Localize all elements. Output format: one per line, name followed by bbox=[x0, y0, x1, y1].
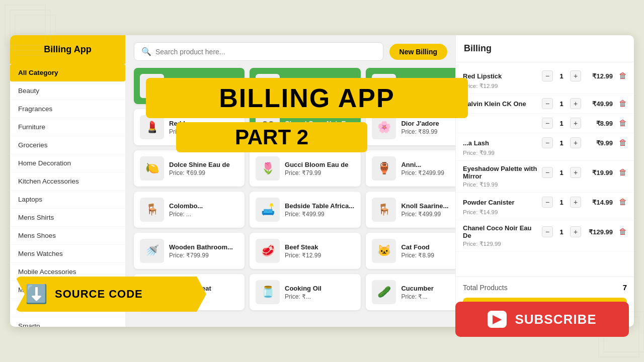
product-image: 🪑 bbox=[140, 198, 164, 222]
billing-item-total: ₹8.99 bbox=[585, 120, 613, 127]
product-card[interactable]: 🐱 Cat Food Price: ₹8.99 bbox=[366, 233, 455, 269]
qty-decrease-button[interactable]: − bbox=[542, 226, 553, 237]
sidebar-item-groceries[interactable]: Groceries bbox=[10, 136, 125, 154]
delete-item-button[interactable]: 🗑 bbox=[619, 138, 627, 147]
product-name: Cucumber bbox=[401, 285, 453, 292]
billing-item-name: Powder Canister bbox=[463, 199, 538, 206]
product-card[interactable]: 🥩 Beef Steak Price: ₹12.99 bbox=[250, 233, 361, 269]
product-info: Eyeshadow Palette... Price: ₹19.99 bbox=[285, 78, 355, 94]
qty-display: 1 bbox=[555, 100, 568, 108]
qty-decrease-button[interactable]: − bbox=[542, 137, 553, 148]
svg-rect-4 bbox=[604, 312, 644, 352]
sidebar-item-laptops[interactable]: Laptops bbox=[10, 191, 125, 209]
billing-item-subprice: Price: ₹19.99 bbox=[463, 181, 627, 188]
sidebar-item-home-decoration[interactable]: Home Decoration bbox=[10, 154, 125, 172]
product-info: Cat Food Price: ₹8.99 bbox=[401, 243, 453, 259]
product-card[interactable]: 🖤 Chanel Coco Noir Ea... Price: ₹129.99 bbox=[250, 109, 361, 145]
billing-item-controls: − 1 + bbox=[542, 118, 581, 129]
billing-item-name: ...a Lash bbox=[463, 139, 538, 147]
product-card[interactable]: 💄 Red L... Price: Price: ... bbox=[134, 109, 245, 145]
svg-rect-0 bbox=[5, 5, 45, 45]
qty-decrease-button[interactable]: − bbox=[542, 70, 553, 81]
product-name: Anni... bbox=[401, 161, 453, 168]
qty-decrease-button[interactable]: − bbox=[542, 197, 553, 208]
search-input[interactable] bbox=[155, 48, 376, 56]
billing-item-controls: − 1 + bbox=[542, 98, 581, 109]
product-card[interactable]: 🏺 Anni... Price: ₹2499.99 bbox=[366, 150, 455, 187]
sidebar-item-beauty[interactable]: Beauty bbox=[10, 82, 125, 100]
sidebar-item-mobile-accessories[interactable]: Mobile Accessories bbox=[10, 263, 125, 281]
billing-item-subprice: Price: ₹129.99 bbox=[463, 240, 627, 247]
product-card[interactable]: 🥒 Cucumber Price: ₹... bbox=[366, 274, 455, 310]
product-info: Chicken Meat Price: ₹... bbox=[169, 285, 238, 300]
product-price: Price: ₹499.99 bbox=[401, 211, 453, 218]
product-image: 🚿 bbox=[140, 239, 164, 263]
product-price: Price: ₹... bbox=[285, 293, 355, 300]
product-card[interactable]: 🪑 Knoll Saarine... Price: ₹499.99 bbox=[366, 192, 455, 228]
qty-increase-button[interactable]: + bbox=[570, 98, 581, 109]
billing-item-total: ₹12.99 bbox=[585, 72, 613, 80]
product-info: Powder Canister Price: ₹14.99 bbox=[401, 78, 453, 94]
sidebar-item-mens-watches[interactable]: Mens Watches bbox=[10, 245, 125, 263]
sidebar-item-skin-care[interactable]: Skin C... bbox=[10, 299, 125, 317]
billing-item-subprice: Price: ₹9.99 bbox=[463, 149, 627, 156]
delete-item-button[interactable]: 🗑 bbox=[619, 99, 627, 108]
qty-increase-button[interactable]: + bbox=[570, 226, 581, 237]
sidebar-item-kitchen-accessories[interactable]: Kitchen Accessories bbox=[10, 172, 125, 191]
search-icon: 🔍 bbox=[141, 47, 151, 56]
product-card[interactable]: 🍋 Dolce Shine Eau de Price: ₹69.99 bbox=[134, 150, 245, 187]
sidebar-item-mens-shirts[interactable]: Mens Shirts bbox=[10, 209, 125, 227]
billing-item: Chanel Coco Noir Eau De − 1 + ₹129.99 🗑 … bbox=[456, 220, 634, 252]
billing-item-subprice: Price: ₹12.99 bbox=[463, 82, 627, 89]
delete-item-button[interactable]: 🗑 bbox=[619, 227, 627, 236]
product-card[interactable]: 🫙 Cooking Oil Price: ₹... bbox=[250, 274, 361, 310]
billing-item-name: Eyeshadow Palette with Mirror bbox=[463, 165, 538, 180]
sidebar-item-mens-shoes[interactable]: Mens Shoes bbox=[10, 227, 125, 245]
product-image: 🥩 bbox=[256, 239, 280, 263]
qty-increase-button[interactable]: + bbox=[570, 70, 581, 81]
product-card[interactable]: 🍗 Chicken Meat Price: ₹... bbox=[134, 274, 245, 310]
qty-display: 1 bbox=[555, 169, 568, 176]
delete-item-button[interactable]: 🗑 bbox=[619, 198, 627, 207]
product-price: Price: ₹129.99 bbox=[285, 128, 355, 135]
svg-rect-2 bbox=[15, 15, 55, 55]
qty-decrease-button[interactable]: − bbox=[542, 167, 553, 178]
product-card[interactable]: 🖤 Essence Mascara La... Price: ₹9.99 bbox=[134, 68, 245, 104]
product-card[interactable]: 🧴 Powder Canister Price: ₹14.99 bbox=[366, 68, 455, 104]
product-name: Essence Mascara La... bbox=[169, 78, 238, 86]
sidebar-item-fragrances[interactable]: Fragrances bbox=[10, 100, 125, 118]
product-price: Price: ₹799.99 bbox=[169, 252, 238, 259]
sidebar-item-furniture[interactable]: Furniture bbox=[10, 118, 125, 136]
billing-item-controls: − 1 + bbox=[542, 167, 581, 178]
sidebar-item-motorcycles[interactable]: Motorcyc... bbox=[10, 281, 125, 299]
product-info: Colombo... Price: ... bbox=[169, 202, 238, 218]
qty-decrease-button[interactable]: − bbox=[542, 118, 553, 129]
product-card[interactable]: 🎨 Eyeshadow Palette... Price: ₹19.99 bbox=[250, 68, 361, 104]
sidebar: Billing App All CategoryBeautyFragrances… bbox=[10, 35, 126, 327]
billing-item-top: − 1 + ₹8.99 🗑 bbox=[463, 118, 627, 129]
delete-item-button[interactable]: 🗑 bbox=[619, 119, 627, 128]
new-billing-button[interactable]: New Billing bbox=[389, 44, 447, 60]
sidebar-item-smartphones[interactable]: Smartp... bbox=[10, 317, 125, 327]
qty-increase-button[interactable]: + bbox=[570, 167, 581, 178]
qty-increase-button[interactable]: + bbox=[570, 118, 581, 129]
billing-item-total: ₹9.99 bbox=[585, 139, 613, 147]
qty-decrease-button[interactable]: − bbox=[542, 98, 553, 109]
product-card[interactable]: 🪑 Colombo... Price: ... bbox=[134, 192, 245, 228]
product-info: Dior J'adore Price: ₹89.99 bbox=[401, 120, 453, 135]
qty-increase-button[interactable]: + bbox=[570, 197, 581, 208]
product-info: Anni... Price: ₹2499.99 bbox=[401, 161, 453, 176]
product-card[interactable]: 🌷 Gucci Bloom Eau de Price: ₹79.99 bbox=[250, 150, 361, 187]
product-card[interactable]: 🛋️ Bedside Table Africa... Price: ₹499.9… bbox=[250, 192, 361, 228]
total-label: Total Products bbox=[463, 284, 508, 292]
qty-display: 1 bbox=[555, 228, 568, 236]
product-image: 🖤 bbox=[256, 115, 280, 139]
qty-increase-button[interactable]: + bbox=[570, 137, 581, 148]
product-card[interactable]: 🌸 Dior J'adore Price: ₹89.99 bbox=[366, 109, 455, 145]
product-image: 🖤 bbox=[140, 74, 164, 98]
delete-item-button[interactable]: 🗑 bbox=[619, 168, 627, 177]
product-price: Price: ₹2499.99 bbox=[401, 169, 453, 176]
product-card[interactable]: 🚿 Wooden Bathroom... Price: ₹799.99 bbox=[134, 233, 245, 269]
products-grid: 🖤 Essence Mascara La... Price: ₹9.99 🎨 E… bbox=[126, 68, 455, 327]
delete-item-button[interactable]: 🗑 bbox=[619, 71, 627, 80]
